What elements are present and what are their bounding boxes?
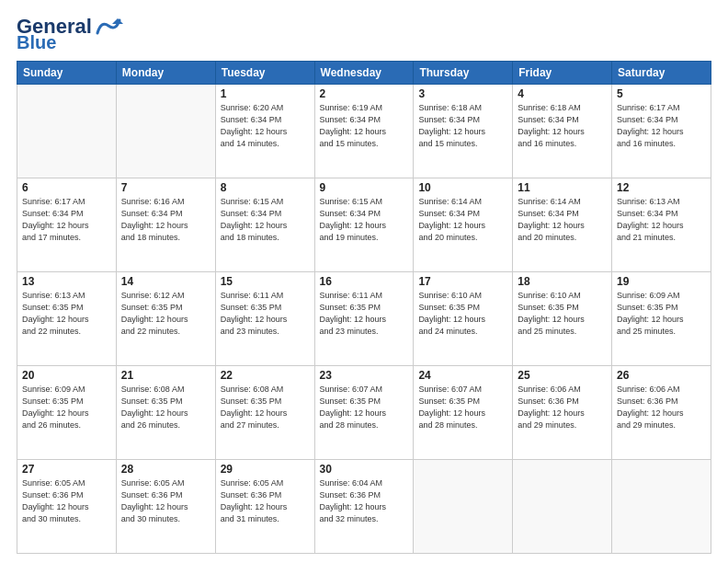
day-info: Sunrise: 6:14 AM Sunset: 6:34 PM Dayligh… [518, 196, 607, 244]
week-row-1: 6Sunrise: 6:17 AM Sunset: 6:34 PM Daylig… [17, 178, 711, 272]
day-info: Sunrise: 6:05 AM Sunset: 6:36 PM Dayligh… [121, 477, 210, 525]
calendar-cell: 5Sunrise: 6:17 AM Sunset: 6:34 PM Daylig… [612, 85, 711, 178]
logo-wave-icon [94, 17, 123, 37]
calendar-cell: 10Sunrise: 6:14 AM Sunset: 6:34 PM Dayli… [414, 178, 513, 272]
day-number: 15 [221, 275, 310, 288]
weekday-header-friday: Friday [513, 62, 612, 85]
day-number: 19 [617, 275, 706, 288]
day-number: 12 [617, 181, 706, 194]
day-info: Sunrise: 6:20 AM Sunset: 6:34 PM Dayligh… [221, 102, 310, 150]
day-number: 4 [518, 87, 607, 100]
day-number: 8 [221, 181, 310, 194]
day-info: Sunrise: 6:05 AM Sunset: 6:36 PM Dayligh… [22, 477, 111, 525]
header: General Blue [17, 17, 711, 52]
day-info: Sunrise: 6:10 AM Sunset: 6:35 PM Dayligh… [518, 290, 607, 338]
week-row-4: 27Sunrise: 6:05 AM Sunset: 6:36 PM Dayli… [17, 460, 711, 554]
day-number: 9 [320, 181, 409, 194]
day-number: 24 [418, 369, 507, 382]
calendar-cell: 11Sunrise: 6:14 AM Sunset: 6:34 PM Dayli… [513, 178, 612, 272]
day-info: Sunrise: 6:13 AM Sunset: 6:34 PM Dayligh… [617, 196, 706, 244]
day-number: 13 [22, 275, 111, 288]
calendar-cell [612, 460, 711, 554]
day-number: 11 [518, 181, 607, 194]
calendar-cell: 13Sunrise: 6:13 AM Sunset: 6:35 PM Dayli… [17, 272, 117, 366]
calendar-cell: 29Sunrise: 6:05 AM Sunset: 6:36 PM Dayli… [215, 460, 314, 554]
day-number: 6 [22, 181, 111, 194]
day-info: Sunrise: 6:14 AM Sunset: 6:34 PM Dayligh… [418, 196, 507, 244]
day-info: Sunrise: 6:12 AM Sunset: 6:35 PM Dayligh… [121, 290, 210, 338]
day-info: Sunrise: 6:15 AM Sunset: 6:34 PM Dayligh… [320, 196, 409, 244]
calendar-cell [513, 460, 612, 554]
calendar-cell: 26Sunrise: 6:06 AM Sunset: 6:36 PM Dayli… [612, 366, 711, 460]
calendar-cell: 25Sunrise: 6:06 AM Sunset: 6:36 PM Dayli… [513, 366, 612, 460]
logo: General Blue [17, 17, 123, 52]
calendar-cell: 8Sunrise: 6:15 AM Sunset: 6:34 PM Daylig… [215, 178, 314, 272]
day-info: Sunrise: 6:16 AM Sunset: 6:34 PM Dayligh… [121, 196, 210, 244]
day-number: 23 [320, 369, 409, 382]
day-info: Sunrise: 6:07 AM Sunset: 6:35 PM Dayligh… [320, 384, 409, 431]
day-number: 1 [221, 87, 310, 100]
calendar-cell: 6Sunrise: 6:17 AM Sunset: 6:34 PM Daylig… [17, 178, 117, 272]
calendar-cell: 20Sunrise: 6:09 AM Sunset: 6:35 PM Dayli… [17, 366, 117, 460]
day-info: Sunrise: 6:08 AM Sunset: 6:35 PM Dayligh… [121, 384, 210, 431]
day-number: 22 [221, 369, 310, 382]
day-number: 21 [121, 369, 210, 382]
weekday-header-row: SundayMondayTuesdayWednesdayThursdayFrid… [17, 62, 711, 85]
day-number: 20 [22, 369, 111, 382]
day-info: Sunrise: 6:11 AM Sunset: 6:35 PM Dayligh… [221, 290, 310, 338]
day-info: Sunrise: 6:08 AM Sunset: 6:35 PM Dayligh… [221, 384, 310, 431]
calendar-cell [116, 85, 215, 178]
calendar-cell: 22Sunrise: 6:08 AM Sunset: 6:35 PM Dayli… [215, 366, 314, 460]
calendar-cell: 12Sunrise: 6:13 AM Sunset: 6:34 PM Dayli… [612, 178, 711, 272]
day-number: 5 [617, 87, 706, 100]
weekday-header-tuesday: Tuesday [215, 62, 314, 85]
day-info: Sunrise: 6:17 AM Sunset: 6:34 PM Dayligh… [22, 196, 111, 244]
day-info: Sunrise: 6:19 AM Sunset: 6:34 PM Dayligh… [320, 102, 409, 150]
day-info: Sunrise: 6:06 AM Sunset: 6:36 PM Dayligh… [518, 384, 607, 431]
weekday-header-wednesday: Wednesday [314, 62, 414, 85]
day-number: 2 [320, 87, 409, 100]
day-number: 17 [418, 275, 507, 288]
page: General Blue SundayMondayTuesdayWednesda… [0, 0, 728, 563]
calendar-cell [17, 85, 117, 178]
svg-marker-0 [112, 18, 123, 24]
day-number: 25 [518, 369, 607, 382]
day-info: Sunrise: 6:18 AM Sunset: 6:34 PM Dayligh… [418, 102, 507, 150]
calendar-table: SundayMondayTuesdayWednesdayThursdayFrid… [17, 61, 711, 554]
day-number: 10 [418, 181, 507, 194]
calendar-cell: 28Sunrise: 6:05 AM Sunset: 6:36 PM Dayli… [116, 460, 215, 554]
week-row-0: 1Sunrise: 6:20 AM Sunset: 6:34 PM Daylig… [17, 85, 711, 178]
calendar-cell: 23Sunrise: 6:07 AM Sunset: 6:35 PM Dayli… [314, 366, 414, 460]
calendar-cell: 3Sunrise: 6:18 AM Sunset: 6:34 PM Daylig… [414, 85, 513, 178]
calendar-cell: 30Sunrise: 6:04 AM Sunset: 6:36 PM Dayli… [314, 460, 414, 554]
calendar-cell: 4Sunrise: 6:18 AM Sunset: 6:34 PM Daylig… [513, 85, 612, 178]
day-info: Sunrise: 6:13 AM Sunset: 6:35 PM Dayligh… [22, 290, 111, 338]
day-info: Sunrise: 6:17 AM Sunset: 6:34 PM Dayligh… [617, 102, 706, 150]
calendar-cell: 19Sunrise: 6:09 AM Sunset: 6:35 PM Dayli… [612, 272, 711, 366]
day-number: 30 [320, 463, 409, 476]
day-number: 16 [320, 275, 409, 288]
calendar-cell: 18Sunrise: 6:10 AM Sunset: 6:35 PM Dayli… [513, 272, 612, 366]
calendar-cell: 27Sunrise: 6:05 AM Sunset: 6:36 PM Dayli… [17, 460, 117, 554]
weekday-header-thursday: Thursday [414, 62, 513, 85]
weekday-header-saturday: Saturday [612, 62, 711, 85]
calendar-cell: 9Sunrise: 6:15 AM Sunset: 6:34 PM Daylig… [314, 178, 414, 272]
calendar-cell: 17Sunrise: 6:10 AM Sunset: 6:35 PM Dayli… [414, 272, 513, 366]
calendar-cell: 7Sunrise: 6:16 AM Sunset: 6:34 PM Daylig… [116, 178, 215, 272]
calendar-cell: 2Sunrise: 6:19 AM Sunset: 6:34 PM Daylig… [314, 85, 414, 178]
day-number: 7 [121, 181, 210, 194]
day-info: Sunrise: 6:18 AM Sunset: 6:34 PM Dayligh… [518, 102, 607, 150]
day-number: 18 [518, 275, 607, 288]
calendar-cell: 16Sunrise: 6:11 AM Sunset: 6:35 PM Dayli… [314, 272, 414, 366]
calendar-cell: 14Sunrise: 6:12 AM Sunset: 6:35 PM Dayli… [116, 272, 215, 366]
day-number: 26 [617, 369, 706, 382]
day-info: Sunrise: 6:09 AM Sunset: 6:35 PM Dayligh… [22, 384, 111, 431]
week-row-2: 13Sunrise: 6:13 AM Sunset: 6:35 PM Dayli… [17, 272, 711, 366]
day-info: Sunrise: 6:15 AM Sunset: 6:34 PM Dayligh… [221, 196, 310, 244]
calendar-cell: 1Sunrise: 6:20 AM Sunset: 6:34 PM Daylig… [215, 85, 314, 178]
calendar-cell: 21Sunrise: 6:08 AM Sunset: 6:35 PM Dayli… [116, 366, 215, 460]
day-info: Sunrise: 6:04 AM Sunset: 6:36 PM Dayligh… [320, 477, 409, 525]
day-info: Sunrise: 6:06 AM Sunset: 6:36 PM Dayligh… [617, 384, 706, 431]
day-info: Sunrise: 6:11 AM Sunset: 6:35 PM Dayligh… [320, 290, 409, 338]
day-info: Sunrise: 6:07 AM Sunset: 6:35 PM Dayligh… [418, 384, 507, 431]
